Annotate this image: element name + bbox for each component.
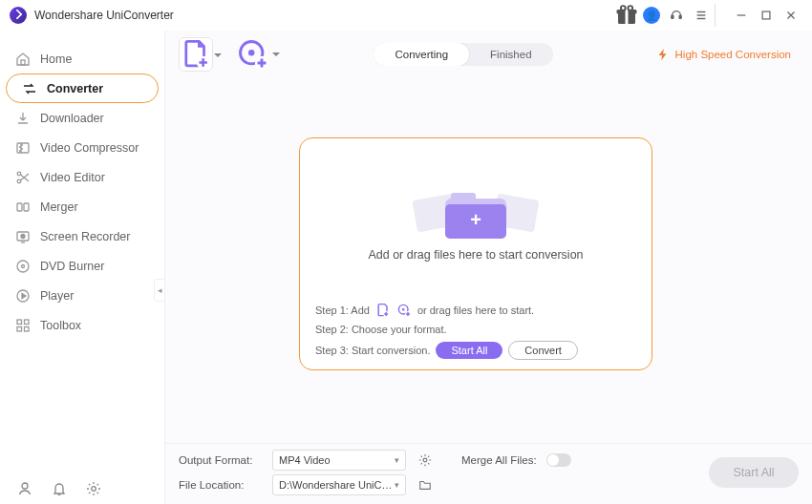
svg-rect-25 <box>17 320 22 325</box>
svg-point-17 <box>17 179 21 183</box>
high-speed-conversion[interactable]: High Speed Conversion <box>649 44 799 65</box>
sidebar-item-editor[interactable]: Video Editor <box>0 162 164 192</box>
folder-plus-icon: + <box>445 193 506 239</box>
svg-point-37 <box>402 308 405 311</box>
menu-icon[interactable] <box>690 4 713 27</box>
dropzone-title: Add or drag files here to start conversi… <box>368 248 583 262</box>
support-icon[interactable] <box>665 4 688 27</box>
svg-point-23 <box>22 264 25 267</box>
gift-icon[interactable] <box>615 4 638 27</box>
main-panel: Converting Finished High Speed Conversio… <box>165 31 812 504</box>
sidebar-item-toolbox[interactable]: Toolbox <box>0 310 164 340</box>
merge-icon <box>15 200 31 215</box>
add-file-button[interactable] <box>179 37 213 72</box>
window-close[interactable] <box>780 4 802 27</box>
disc-icon <box>15 259 31 274</box>
sidebar-item-converter[interactable]: Converter <box>6 74 159 103</box>
bell-icon[interactable] <box>52 481 67 496</box>
sidebar-item-label: Video Compressor <box>40 141 139 155</box>
app-title: Wondershare UniConverter <box>34 9 174 22</box>
sidebar-item-label: Merger <box>40 200 78 214</box>
sidebar-item-dvd[interactable]: DVD Burner <box>0 251 164 281</box>
sidebar-item-recorder[interactable]: Screen Recorder <box>0 221 164 251</box>
svg-point-3 <box>621 6 626 10</box>
svg-rect-27 <box>17 326 22 331</box>
sidebar-item-label: DVD Burner <box>40 260 104 273</box>
tab-finished[interactable]: Finished <box>469 43 552 66</box>
sidebar-item-label: Screen Recorder <box>40 230 131 243</box>
svg-rect-19 <box>24 203 29 211</box>
svg-rect-18 <box>17 203 22 211</box>
app-logo <box>10 7 27 24</box>
svg-rect-28 <box>25 326 30 331</box>
sidebar: Home Converter Downloader Video Compress… <box>0 31 165 504</box>
svg-point-30 <box>92 487 96 492</box>
convert-button[interactable]: Convert <box>508 341 578 360</box>
settings-icon[interactable] <box>416 451 435 470</box>
content-area: + Add or drag files here to start conver… <box>165 78 812 443</box>
open-folder-icon[interactable] <box>416 475 435 494</box>
svg-point-33 <box>248 50 254 55</box>
high-speed-label: High Speed Conversion <box>675 49 791 60</box>
svg-point-21 <box>21 234 25 238</box>
step1-pre: Step 1: Add <box>315 304 370 316</box>
sidebar-item-downloader[interactable]: Downloader <box>0 103 164 133</box>
dropzone-steps: Step 1: Add or drag files here to start.… <box>315 303 636 360</box>
compress-icon <box>15 140 31 156</box>
merge-label: Merge All Files: <box>461 454 537 466</box>
output-format-label: Output Format: <box>179 454 263 466</box>
sidebar-item-label: Downloader <box>40 112 104 125</box>
tab-converting[interactable]: Converting <box>374 43 469 66</box>
sidebar-item-label: Player <box>40 289 74 303</box>
divider <box>715 4 726 27</box>
account-avatar[interactable]: 👤 <box>640 4 663 27</box>
svg-rect-5 <box>672 15 673 19</box>
window-minimize[interactable] <box>730 4 753 27</box>
sidebar-collapse[interactable]: ◂ <box>154 279 165 302</box>
record-icon <box>15 229 31 244</box>
add-dvd-button[interactable] <box>236 37 270 72</box>
converter-icon <box>22 81 37 96</box>
start-all-main-button[interactable]: Start All <box>709 457 799 488</box>
sidebar-item-label: Toolbox <box>40 319 81 332</box>
svg-rect-26 <box>25 320 30 325</box>
step1-post: or drag files here to start. <box>417 304 534 316</box>
sidebar-item-merger[interactable]: Merger <box>0 192 164 221</box>
tab-segment: Converting Finished <box>374 43 552 66</box>
file-location-value: D:\Wondershare UniConverter <box>279 479 395 491</box>
svg-point-39 <box>423 458 427 462</box>
start-all-button[interactable]: Start All <box>436 342 502 359</box>
window-maximize[interactable] <box>755 4 778 27</box>
svg-rect-11 <box>762 11 770 19</box>
svg-point-29 <box>22 483 28 489</box>
file-location-select[interactable]: D:\Wondershare UniConverter▾ <box>272 474 406 495</box>
sidebar-item-player[interactable]: Player <box>0 281 164 310</box>
toolbar: Converting Finished High Speed Conversio… <box>165 31 812 78</box>
scissors-icon <box>15 170 31 185</box>
output-format-select[interactable]: MP4 Video▾ <box>272 450 406 471</box>
add-dvd-icon <box>396 303 412 318</box>
sidebar-item-label: Home <box>40 52 72 66</box>
svg-rect-6 <box>679 15 681 19</box>
add-file-icon <box>375 303 391 318</box>
download-icon <box>15 111 31 126</box>
file-location-label: File Location: <box>179 479 263 491</box>
svg-point-4 <box>628 6 632 10</box>
svg-point-16 <box>17 172 21 176</box>
output-format-value: MP4 Video <box>279 454 331 466</box>
step2: Step 2: Choose your format. <box>315 324 447 335</box>
svg-rect-14 <box>21 60 25 65</box>
svg-point-22 <box>17 261 29 272</box>
sidebar-item-label: Video Editor <box>40 171 105 184</box>
sidebar-item-compressor[interactable]: Video Compressor <box>0 133 164 162</box>
titlebar: Wondershare UniConverter 👤 <box>0 0 812 31</box>
step3: Step 3: Start conversion. <box>315 345 430 356</box>
sidebar-item-home[interactable]: Home <box>0 44 164 74</box>
dropzone[interactable]: + Add or drag files here to start conver… <box>299 137 652 370</box>
grid-icon <box>15 318 31 333</box>
merge-toggle[interactable] <box>546 453 571 467</box>
gear-icon[interactable] <box>86 481 101 496</box>
play-icon <box>15 288 31 304</box>
user-icon[interactable] <box>17 481 32 496</box>
bottom-bar: Output Format: MP4 Video▾ Merge All File… <box>165 443 812 504</box>
